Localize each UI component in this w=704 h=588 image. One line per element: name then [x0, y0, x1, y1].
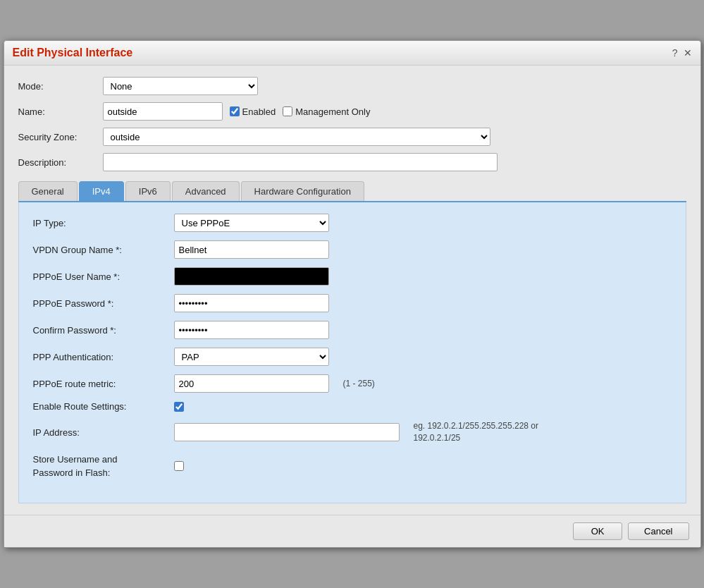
- mode-label: Mode:: [18, 81, 103, 92]
- pppoe-pass-label: PPPoE Password *:: [33, 298, 174, 309]
- metric-control: (1 - 255): [174, 374, 375, 393]
- dialog-body: Mode: None Routed Transparent Passive Na…: [4, 66, 700, 515]
- management-only-text: Management Only: [295, 106, 370, 117]
- security-zone-label: Security Zone:: [18, 132, 103, 142]
- ip-type-label: IP Type:: [33, 218, 174, 228]
- management-only-label[interactable]: Management Only: [283, 106, 370, 117]
- enable-route-label: Enable Route Settings:: [33, 401, 174, 412]
- enable-route-checkbox[interactable]: [174, 402, 184, 412]
- security-zone-select[interactable]: outside inside dmz: [103, 128, 490, 146]
- title-bar: Edit Physical Interface ? ✕: [4, 41, 700, 66]
- store-checkbox[interactable]: [174, 461, 184, 471]
- ok-button[interactable]: OK: [573, 522, 622, 540]
- tab-ipv4[interactable]: IPv4: [79, 181, 124, 201]
- pppoe-pass-control: [174, 294, 329, 312]
- title-bar-controls: ? ✕: [672, 47, 692, 59]
- description-label: Description:: [18, 157, 103, 168]
- enabled-label[interactable]: Enabled: [230, 106, 276, 117]
- name-row: Name: Enabled Management Only: [18, 102, 686, 121]
- confirm-pass-input[interactable]: [174, 321, 329, 339]
- tab-advanced[interactable]: Advanced: [172, 181, 240, 201]
- store-control: [174, 461, 184, 471]
- close-icon[interactable]: ✕: [684, 47, 692, 59]
- pppoe-pass-row: PPPoE Password *:: [33, 294, 672, 312]
- store-row: Store Username and Password in Flash:: [33, 453, 672, 480]
- mode-select[interactable]: None Routed Transparent Passive: [103, 77, 258, 95]
- description-control: [103, 153, 686, 171]
- enabled-checkbox[interactable]: [230, 106, 240, 116]
- dialog-footer: OK Cancel: [4, 515, 700, 547]
- tab-hardware[interactable]: Hardware Configuration: [241, 181, 364, 201]
- description-row: Description:: [18, 153, 686, 171]
- metric-hint: (1 - 255): [343, 379, 375, 388]
- pppoe-user-control: [174, 267, 329, 286]
- cancel-button[interactable]: Cancel: [628, 522, 688, 540]
- ip-address-input[interactable]: [174, 423, 400, 441]
- ip-type-select[interactable]: Use PPPoE Static IP Use DHCP: [174, 214, 329, 232]
- name-control: Enabled Management Only: [103, 102, 686, 121]
- dialog-title: Edit Physical Interface: [13, 47, 133, 59]
- pppoe-user-row: PPPoE User Name *:: [33, 267, 672, 286]
- confirm-pass-control: [174, 321, 329, 339]
- help-icon[interactable]: ?: [672, 47, 678, 59]
- tabs-container: General IPv4 IPv6 Advanced Hardware Conf…: [18, 181, 686, 202]
- metric-label: PPPoE route metric:: [33, 379, 174, 389]
- store-label: Store Username and Password in Flash:: [33, 453, 174, 480]
- enable-route-row: Enable Route Settings:: [33, 401, 672, 412]
- ip-address-hint: eg. 192.0.2.1/255.255.255.228 or 192.0.2…: [414, 420, 539, 444]
- security-zone-control: outside inside dmz: [103, 128, 686, 146]
- edit-physical-interface-dialog: Edit Physical Interface ? ✕ Mode: None R…: [4, 40, 701, 548]
- metric-input[interactable]: [174, 374, 329, 393]
- security-zone-row: Security Zone: outside inside dmz: [18, 128, 686, 146]
- name-label: Name:: [18, 106, 103, 117]
- name-input[interactable]: [103, 102, 223, 121]
- ppp-auth-control: PAP CHAP MS-CHAP: [174, 348, 329, 366]
- ppp-auth-label: PPP Authentication:: [33, 352, 174, 362]
- ip-address-label: IP Address:: [33, 427, 174, 438]
- tab-ipv6[interactable]: IPv6: [125, 181, 171, 201]
- vpdn-label: VPDN Group Name *:: [33, 245, 174, 255]
- management-only-checkbox[interactable]: [283, 106, 292, 116]
- mode-row: Mode: None Routed Transparent Passive: [18, 77, 686, 95]
- vpdn-control: [174, 240, 329, 259]
- enable-route-control: [174, 402, 184, 412]
- description-input[interactable]: [103, 153, 498, 171]
- pppoe-pass-input[interactable]: [174, 294, 329, 312]
- vpdn-input[interactable]: [174, 240, 329, 259]
- metric-row: PPPoE route metric: (1 - 255): [33, 374, 672, 393]
- vpdn-row: VPDN Group Name *:: [33, 240, 672, 259]
- ip-type-control: Use PPPoE Static IP Use DHCP: [174, 214, 329, 232]
- confirm-pass-row: Confirm Password *:: [33, 321, 672, 339]
- ppp-auth-select[interactable]: PAP CHAP MS-CHAP: [174, 348, 329, 366]
- ipv4-tab-content: IP Type: Use PPPoE Static IP Use DHCP VP…: [18, 202, 686, 503]
- ip-address-control: eg. 192.0.2.1/255.255.255.228 or 192.0.2…: [174, 420, 539, 444]
- enabled-text: Enabled: [242, 106, 276, 117]
- ppp-auth-row: PPP Authentication: PAP CHAP MS-CHAP: [33, 348, 672, 366]
- confirm-pass-label: Confirm Password *:: [33, 325, 174, 336]
- ip-type-row: IP Type: Use PPPoE Static IP Use DHCP: [33, 214, 672, 232]
- mode-control: None Routed Transparent Passive: [103, 77, 686, 95]
- pppoe-user-masked[interactable]: [174, 267, 329, 286]
- pppoe-user-label: PPPoE User Name *:: [33, 271, 174, 282]
- tab-general[interactable]: General: [18, 181, 78, 201]
- ip-address-row: IP Address: eg. 192.0.2.1/255.255.255.22…: [33, 420, 672, 444]
